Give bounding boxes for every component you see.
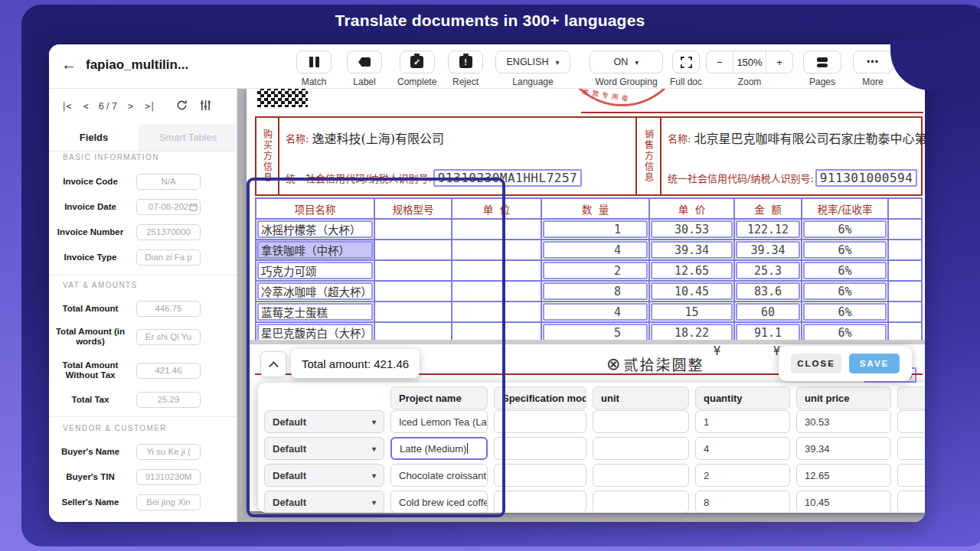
specification-cell[interactable] — [494, 464, 586, 487]
row-type-dropdown[interactable]: Default ▾ — [264, 437, 384, 460]
partial-cell[interactable] — [897, 464, 925, 487]
item-cell[interactable]: 蓝莓芝士蛋糕 — [256, 302, 374, 321]
language-select[interactable]: ENGLISH ▾ — [495, 51, 570, 73]
next-page-button[interactable]: > — [128, 101, 132, 112]
tax-cell[interactable]: 6% — [802, 302, 887, 321]
match-button[interactable] — [296, 51, 332, 73]
empty-cell[interactable] — [375, 302, 451, 321]
price-cell[interactable]: 10.45 — [650, 282, 733, 301]
first-page-button[interactable]: |< — [61, 101, 70, 112]
panel-header-unit[interactable]: unit — [593, 386, 689, 409]
empty-cell[interactable] — [375, 240, 451, 259]
project-name-cell[interactable]: Cold brew iced coffe — [390, 491, 488, 513]
buyers-tin-input[interactable]: 91310230M — [136, 469, 201, 485]
amount-cell[interactable]: 39.34 — [735, 240, 801, 259]
qty-cell[interactable]: 2 — [542, 261, 648, 280]
complete-button[interactable]: ✓ — [400, 51, 435, 73]
price-cell[interactable]: 15 — [650, 302, 733, 321]
back-button[interactable]: ← — [61, 56, 77, 73]
tab-fields[interactable]: Fields — [49, 124, 139, 151]
save-button[interactable]: SAVE — [849, 354, 900, 373]
row-type-dropdown[interactable]: Default ▾ — [264, 491, 384, 513]
amount-cell[interactable]: 60 — [735, 302, 801, 321]
qty-cell[interactable]: 4 — [542, 302, 648, 321]
project-name-cell[interactable]: Iced Lemon Tea (La — [390, 410, 488, 433]
partial-cell[interactable] — [897, 410, 925, 433]
pages-button[interactable] — [803, 51, 841, 73]
empty-cell[interactable] — [375, 220, 451, 239]
tax-cell[interactable]: 6% — [802, 282, 887, 301]
panel-header-unit-price[interactable]: unit price — [796, 386, 891, 409]
item-cell-selected[interactable]: 拿铁咖啡（中杯） — [256, 240, 374, 259]
refresh-button[interactable] — [176, 99, 188, 113]
seller-tin-ocr-box[interactable]: 911301000594 — [815, 169, 918, 187]
panel-header-project-name[interactable]: Project name — [390, 386, 488, 409]
item-cell[interactable]: 巧克力可颂 — [256, 261, 374, 280]
unit-price-cell[interactable]: 12.65 — [796, 464, 891, 487]
partial-cell[interactable] — [897, 437, 925, 460]
price-cell[interactable]: 12.65 — [650, 261, 733, 280]
amount-cell[interactable]: 122.12 — [735, 220, 801, 239]
prev-page-button[interactable]: < — [83, 101, 87, 112]
amount-cell[interactable]: 83.6 — [735, 282, 801, 301]
total-without-tax-input[interactable]: 421.46 — [136, 363, 201, 379]
unit-price-cell[interactable]: 10.45 — [796, 491, 891, 513]
invoice-date-input[interactable]: 07-08-202 — [136, 199, 201, 215]
unit-cell[interactable] — [593, 410, 689, 433]
full-doc-button[interactable] — [672, 51, 700, 73]
invoice-number-input[interactable]: 251370000 — [136, 224, 201, 240]
collapse-panel-button[interactable] — [260, 351, 286, 377]
qty-cell[interactable]: 4 — [542, 240, 648, 259]
row-type-dropdown[interactable]: Default ▾ — [264, 464, 384, 487]
empty-cell[interactable] — [452, 240, 541, 259]
tax-cell[interactable]: 6% — [802, 240, 887, 259]
buyer-tin-ocr-box[interactable]: 91310230MA1HHL7257 — [433, 169, 582, 187]
quantity-cell[interactable]: 4 — [695, 437, 790, 460]
tab-smart-tables[interactable]: Smart Tables — [139, 124, 237, 151]
unit-cell[interactable] — [593, 464, 689, 487]
empty-cell[interactable] — [452, 302, 541, 321]
specification-cell[interactable] — [494, 491, 586, 513]
empty-cell[interactable] — [375, 261, 451, 280]
quantity-cell[interactable]: 2 — [695, 464, 790, 487]
panel-header-specification-mode[interactable]: Specification mode — [494, 386, 586, 409]
buyers-name-input[interactable]: Yi su Ke ji ( — [136, 444, 201, 460]
qty-cell[interactable]: 8 — [542, 282, 648, 301]
zoom-out-button[interactable]: − — [707, 51, 733, 73]
word-grouping-select[interactable]: ON ▾ — [590, 51, 663, 73]
specification-cell[interactable] — [494, 437, 586, 460]
empty-cell[interactable] — [452, 220, 541, 239]
invoice-type-input[interactable]: Dian zi Fa p — [136, 249, 201, 266]
invoice-code-input[interactable]: N/A — [136, 174, 201, 190]
close-button[interactable]: CLOSE — [791, 354, 841, 373]
quantity-cell[interactable]: 8 — [695, 491, 790, 513]
total-tax-input[interactable]: 25.29 — [136, 392, 201, 408]
more-button[interactable]: ••• — [853, 51, 893, 73]
price-cell[interactable]: 39.34 — [650, 240, 733, 259]
sellers-name-input[interactable]: Bei jing Xin — [136, 494, 201, 510]
price-cell[interactable]: 30.53 — [650, 220, 733, 239]
unit-cell[interactable] — [593, 437, 689, 460]
panel-header-quantity[interactable]: quantity — [695, 386, 790, 409]
qty-cell[interactable]: 1 — [542, 220, 648, 239]
empty-cell[interactable] — [452, 261, 541, 280]
total-amount-words-input[interactable]: Er shi Qi Yu — [136, 329, 201, 345]
tax-cell[interactable]: 6% — [802, 261, 887, 280]
empty-cell[interactable] — [452, 282, 541, 301]
unit-cell[interactable] — [593, 491, 689, 513]
item-cell[interactable]: 冰摇柠檬茶（大杯） — [256, 220, 374, 239]
total-amount-input[interactable]: 446.75 — [136, 301, 201, 317]
quantity-cell[interactable]: 1 — [695, 410, 790, 433]
label-button[interactable] — [347, 51, 382, 73]
unit-price-cell[interactable]: 39.34 — [796, 437, 891, 460]
tax-cell[interactable]: 6% — [802, 220, 887, 239]
zoom-in-button[interactable]: + — [766, 51, 792, 73]
project-name-cell-focused[interactable]: Latte (Medium) — [390, 437, 488, 460]
item-cell[interactable]: 冷萃冰咖啡（超大杯） — [256, 282, 374, 301]
unit-price-cell[interactable]: 30.53 — [796, 410, 891, 433]
partial-cell[interactable] — [897, 491, 925, 513]
amount-cell[interactable]: 25.3 — [735, 261, 801, 280]
reject-button[interactable]: ! — [448, 51, 483, 73]
specification-cell[interactable] — [494, 410, 586, 433]
empty-cell[interactable] — [375, 282, 451, 301]
